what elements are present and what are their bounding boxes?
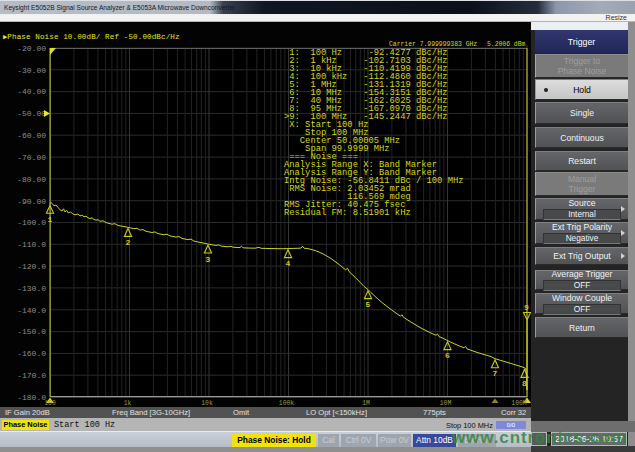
svg-text:-130.0: -130.0: [17, 284, 46, 293]
svg-text:10M: 10M: [440, 400, 452, 407]
svg-text:10k: 10k: [201, 400, 213, 407]
svg-text:1: 1: [48, 215, 53, 224]
svg-text:-150.0: -150.0: [17, 327, 46, 336]
svg-text:-20.00: -20.00: [17, 44, 46, 53]
svg-text:3: 3: [206, 255, 211, 264]
svg-text:-30.00: -30.00: [17, 66, 46, 75]
svg-text:2: 2: [126, 238, 131, 247]
svg-text:-90.00: -90.00: [17, 197, 46, 206]
svg-text:7: 7: [493, 369, 498, 378]
svg-text:-50.00: -50.00: [17, 109, 46, 118]
svg-text:Residual FM: 8.51901 kHz: Residual FM: 8.51901 kHz: [284, 208, 411, 218]
svg-text:-180.0: -180.0: [17, 393, 46, 402]
svg-text:100M: 100M: [511, 400, 527, 407]
svg-text:-160.0: -160.0: [17, 349, 46, 358]
svg-text:1M: 1M: [362, 400, 370, 407]
svg-text:-60.00: -60.00: [17, 131, 46, 140]
svg-text:-120.0: -120.0: [17, 262, 46, 271]
svg-text:-80.00: -80.00: [17, 175, 46, 184]
svg-text:100k: 100k: [279, 400, 295, 407]
svg-text:5: 5: [366, 300, 371, 309]
svg-text:5.2006 dBm: 5.2006 dBm: [487, 41, 526, 48]
svg-text:9: 9: [524, 303, 529, 312]
svg-text:8: 8: [522, 379, 527, 388]
svg-text:-70.00: -70.00: [17, 153, 46, 162]
svg-text:100: 100: [44, 400, 56, 407]
svg-text:1k: 1k: [124, 400, 132, 407]
svg-text:-110.0: -110.0: [17, 240, 46, 249]
svg-text:-140.0: -140.0: [17, 306, 46, 315]
svg-text:-170.0: -170.0: [17, 371, 46, 380]
svg-text:Carrier 7.999999383 GHz: Carrier 7.999999383 GHz: [389, 41, 477, 48]
svg-text:6: 6: [445, 351, 450, 360]
svg-text:-100.0: -100.0: [17, 218, 46, 227]
svg-text:-40.00: -40.00: [17, 87, 46, 96]
svg-text:4: 4: [286, 259, 291, 268]
